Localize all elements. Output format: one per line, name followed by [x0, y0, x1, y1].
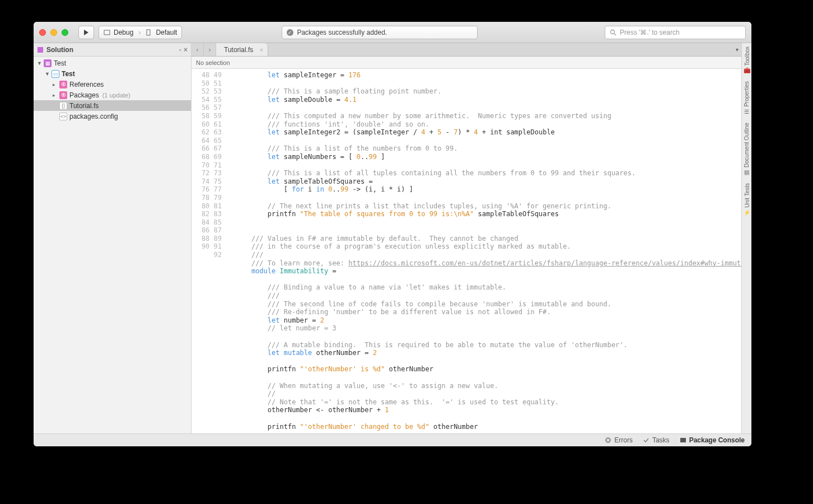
- solution-icon: [37, 46, 44, 53]
- body: Solution ▫ × ▼ ▦ Test ▼ ▭ Test ▸: [34, 43, 751, 433]
- tree-file-packages-config[interactable]: <> packages.config: [34, 111, 191, 122]
- svg-rect-0: [104, 30, 110, 35]
- close-window-icon[interactable]: [39, 29, 46, 36]
- success-check-icon: ✓: [287, 29, 293, 36]
- sidebar-expand-icon[interactable]: ▫: [179, 46, 181, 54]
- tree-label: Tutorial.fs: [69, 102, 99, 110]
- right-tool-rail: 🧰Toolbox ☰Properties ▤Document Outline ⚡…: [741, 43, 751, 433]
- search-placeholder: Press '⌘.' to search: [620, 29, 680, 36]
- check-icon: [643, 437, 650, 444]
- status-display: ✓ Packages successfully added.: [282, 26, 478, 39]
- close-tab-icon[interactable]: ×: [260, 46, 263, 53]
- tab-label: Tutorial.fs: [224, 46, 253, 54]
- tab-bar: ‹ › Tutorial.fs × ▾: [191, 43, 741, 57]
- tree-references-node[interactable]: ▸ ⦿ References: [34, 79, 191, 90]
- packages-update-badge: (1 update): [102, 92, 130, 99]
- line-number-gutter: 48 49 50 51 52 53 54 55 56 57 58 59 60 6…: [191, 69, 232, 433]
- target-icon: [104, 29, 110, 36]
- tree-project-node[interactable]: ▼ ▭ Test: [34, 68, 191, 79]
- status-errors[interactable]: Errors: [605, 436, 633, 444]
- unit-tests-icon: ⚡: [744, 209, 750, 216]
- rail-properties[interactable]: ☰Properties: [744, 81, 750, 115]
- status-tasks[interactable]: Tasks: [643, 436, 670, 444]
- nav-back-button[interactable]: ‹: [191, 43, 204, 56]
- error-icon: [605, 437, 611, 444]
- tree-packages-node[interactable]: ▸ ⦿ Packages (1 update): [34, 90, 191, 100]
- svg-line-3: [614, 34, 616, 35]
- ide-window: Debug › Default ✓ Packages successfully …: [34, 22, 751, 446]
- svg-rect-1: [147, 30, 150, 35]
- solution-badge-icon: ▦: [44, 59, 52, 67]
- document-outline-icon: ▤: [744, 169, 749, 175]
- tree-label: Test: [54, 59, 66, 67]
- tree-label: References: [69, 81, 104, 88]
- svg-point-2: [611, 30, 615, 34]
- sidebar-header: Solution ▫ ×: [34, 43, 191, 57]
- minimize-window-icon[interactable]: [50, 29, 57, 36]
- tab-dropdown-icon[interactable]: ▾: [732, 43, 741, 56]
- tree-label: Packages: [69, 91, 99, 99]
- solution-tree: ▼ ▦ Test ▼ ▭ Test ▸ ⦿ References ▸ ⦿: [34, 57, 191, 122]
- breadcrumb[interactable]: No selection: [191, 57, 741, 69]
- status-text: Packages successfully added.: [297, 29, 387, 36]
- rail-document-outline[interactable]: ▤Document Outline: [744, 123, 750, 175]
- tree-file-tutorial[interactable]: {} Tutorial.fs: [34, 100, 191, 111]
- status-package-console[interactable]: Package Console: [680, 436, 745, 444]
- chevron-down-icon: ▼: [45, 71, 49, 77]
- tab-tutorial[interactable]: Tutorial.fs ×: [216, 43, 268, 56]
- console-icon: [680, 437, 686, 444]
- status-bar: Errors Tasks Package Console: [34, 433, 751, 446]
- toolbox-icon: 🧰: [744, 67, 750, 73]
- search-icon: [610, 29, 616, 36]
- configuration-selector[interactable]: Debug › Default: [99, 26, 182, 39]
- run-button[interactable]: [78, 26, 94, 39]
- config-file-icon: <>: [59, 113, 67, 120]
- rail-toolbox[interactable]: 🧰Toolbox: [744, 46, 750, 73]
- fsharp-file-icon: {}: [59, 102, 67, 110]
- tree-label: packages.config: [69, 113, 118, 120]
- breadcrumb-label: No selection: [196, 59, 230, 66]
- svg-rect-6: [680, 438, 686, 442]
- rail-unit-tests[interactable]: ⚡Unit Tests: [744, 183, 750, 216]
- tree-solution-node[interactable]: ▼ ▦ Test: [34, 58, 191, 68]
- nav-forward-button[interactable]: ›: [204, 43, 216, 56]
- chevron-right-icon: ›: [138, 29, 141, 36]
- maximize-window-icon[interactable]: [62, 29, 68, 36]
- chevron-right-icon: ▸: [53, 92, 57, 98]
- config-device-label: Default: [156, 29, 177, 36]
- svg-rect-4: [38, 47, 43, 53]
- packages-icon: ⦿: [59, 91, 67, 99]
- sidebar-close-icon[interactable]: ×: [184, 46, 188, 54]
- play-icon: [83, 30, 89, 35]
- traffic-lights: [39, 29, 68, 36]
- project-icon: ▭: [52, 70, 59, 78]
- chevron-right-icon: ▸: [53, 82, 57, 87]
- tree-label: Test: [62, 70, 75, 78]
- sidebar-title: Solution: [46, 46, 73, 54]
- properties-icon: ☰: [744, 109, 749, 115]
- search-input[interactable]: Press '⌘.' to search: [605, 26, 746, 39]
- editor-area: ‹ › Tutorial.fs × ▾ No selection 48 49 5…: [191, 43, 741, 433]
- config-target-label: Debug: [114, 29, 133, 36]
- solution-sidebar: Solution ▫ × ▼ ▦ Test ▼ ▭ Test ▸: [34, 43, 191, 433]
- device-icon: [146, 29, 152, 36]
- chevron-down-icon: ▼: [37, 60, 41, 66]
- code-editor[interactable]: 48 49 50 51 52 53 54 55 56 57 58 59 60 6…: [191, 69, 741, 433]
- references-icon: ⦿: [59, 81, 67, 88]
- titlebar: Debug › Default ✓ Packages successfully …: [34, 22, 751, 43]
- code-content[interactable]: let sampleInteger = 176 /// This is a sa…: [232, 69, 741, 433]
